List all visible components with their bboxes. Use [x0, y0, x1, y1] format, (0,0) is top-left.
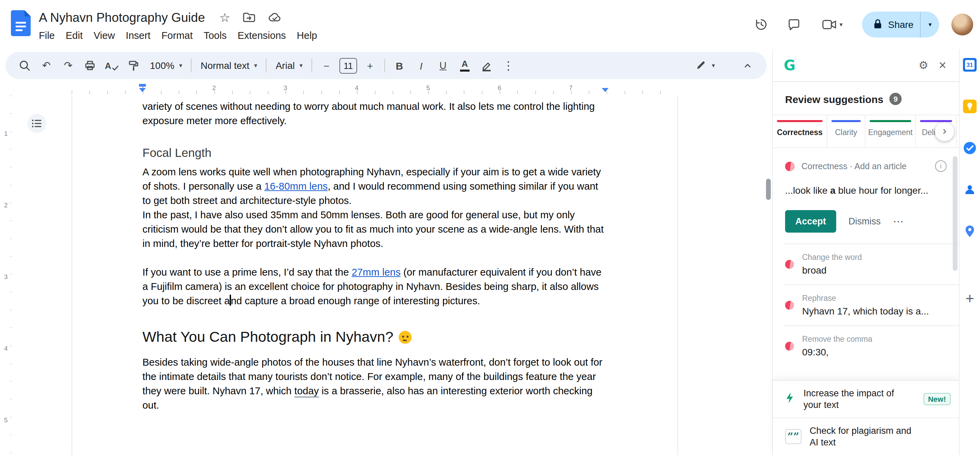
heading: Focal Length	[142, 145, 606, 161]
info-icon[interactable]: i	[935, 160, 947, 172]
paragraph-style-select[interactable]: Normal text▾	[195, 56, 263, 75]
menu-item-help[interactable]: Help	[291, 28, 323, 42]
grammarly-logo-icon: G	[784, 57, 795, 73]
workspace-side-panel: 31 +	[959, 49, 980, 455]
gear-icon[interactable]: ⚙	[914, 56, 933, 75]
plagiarism-row[interactable]: ”” Check for plagiarism and AI text	[773, 417, 959, 455]
font-size-input[interactable]: 11	[339, 57, 357, 73]
suggested-word: a	[830, 185, 835, 196]
document-content[interactable]: variety of scenes without needing to wor…	[142, 100, 606, 413]
sidebar-scrollbar[interactable]	[953, 156, 958, 271]
suggestion-tabs: CorrectnessClarityEngagementDeliveryStyl…	[773, 115, 959, 148]
heading: What You Can Photograph in Nyhavn?	[142, 327, 606, 347]
ruler-number: 2	[212, 84, 216, 91]
tab-engagement[interactable]: Engagement	[865, 115, 916, 147]
tab-correctness[interactable]: Correctness	[773, 115, 827, 147]
plagiarism-label: Check for plagiarism and AI text	[810, 425, 912, 448]
tab-clarity[interactable]: Clarity	[827, 115, 865, 147]
document-outline-button[interactable]	[27, 114, 46, 133]
menu-item-insert[interactable]: Insert	[120, 28, 156, 42]
menu-item-view[interactable]: View	[88, 28, 120, 42]
more-options-icon[interactable]: ⋯	[893, 215, 905, 228]
italic-button[interactable]: I	[412, 56, 431, 75]
editing-mode-button[interactable]: ▾	[691, 56, 720, 75]
hide-menus-button[interactable]	[738, 56, 757, 75]
active-suggestion-card[interactable]: Correctness · Add an article i ...look l…	[773, 148, 959, 233]
share-label: Share	[888, 19, 913, 30]
undo-icon[interactable]: ↶	[37, 56, 56, 75]
divider	[266, 59, 267, 72]
vertical-ruler[interactable]: 12345	[0, 96, 14, 455]
print-icon[interactable]	[80, 56, 100, 75]
chevron-down-icon: ▾	[299, 62, 302, 69]
accept-button[interactable]: Accept	[785, 210, 836, 233]
get-addons-plus-icon[interactable]: +	[965, 290, 974, 308]
suggestion-excerpt: ...look like a blue hour for longer...	[785, 184, 947, 197]
tab-color-bar	[870, 120, 911, 122]
tabs-scroll-right-button[interactable]: ›	[935, 122, 954, 141]
suggestion-row[interactable]: Change the wordbroad	[773, 244, 959, 284]
chevron-down-icon: ▾	[712, 62, 715, 69]
paint-format-icon[interactable]	[124, 56, 143, 75]
decrease-font-size-button[interactable]: −	[317, 56, 336, 75]
maps-icon[interactable]	[963, 224, 977, 238]
contacts-icon[interactable]	[963, 183, 977, 196]
video-call-icon[interactable]: ▾	[813, 11, 851, 38]
menu-item-extensions[interactable]: Extensions	[232, 28, 291, 42]
ruler-number: 1	[4, 129, 8, 137]
highlight-color-icon[interactable]	[477, 56, 496, 75]
increase-font-size-button[interactable]: +	[361, 56, 380, 75]
grammarly-underlined-word[interactable]: today	[294, 385, 319, 398]
first-line-indent-marker[interactable]	[139, 84, 146, 87]
share-dropdown-button[interactable]: ▾	[921, 21, 939, 28]
paragraph: Besides taking wide-angle photos of the …	[142, 355, 606, 413]
suggestion-row[interactable]: Remove the comma09:30,	[773, 326, 959, 366]
horizontal-ruler[interactable]: 1234567	[0, 82, 772, 96]
ruler-number: 6	[498, 84, 501, 91]
suggestion-type: Remove the comma	[802, 335, 872, 343]
tasks-icon[interactable]	[963, 141, 977, 155]
document-workspace: 12345 variety of scenes without needing …	[0, 96, 772, 455]
hyperlink[interactable]: 16-80mm lens	[264, 181, 328, 192]
comments-icon[interactable]	[780, 11, 808, 38]
font-family-select[interactable]: Arial▾	[270, 56, 308, 75]
menu-item-file[interactable]: File	[33, 28, 60, 42]
divider	[312, 59, 312, 72]
dismiss-button[interactable]: Dismiss	[848, 216, 881, 227]
document-title[interactable]: A Nyhavn Photography Guide	[39, 10, 205, 25]
ruler-number: 5	[426, 84, 430, 91]
bold-button[interactable]: B	[390, 56, 409, 75]
underline-button[interactable]: U	[433, 56, 452, 75]
suggestion-row[interactable]: RephraseNyhavn 17, which today is a...	[773, 285, 959, 326]
correctness-dot-icon	[785, 260, 794, 269]
menu-item-tools[interactable]: Tools	[198, 28, 232, 42]
panel-title: Review suggestions	[785, 93, 883, 105]
text-cursor	[230, 295, 231, 306]
version-history-icon[interactable]	[748, 11, 775, 38]
zoom-select[interactable]: 100%▾	[145, 56, 188, 75]
redo-icon[interactable]: ↷	[59, 56, 78, 75]
hyperlink[interactable]: 27mm lens	[352, 267, 401, 278]
close-icon[interactable]: ×	[933, 56, 952, 75]
more-options-icon[interactable]: ⋮	[499, 56, 518, 75]
menu-item-format[interactable]: Format	[156, 28, 198, 42]
share-button[interactable]: Share ▾	[862, 11, 939, 38]
cloud-saved-icon[interactable]	[268, 12, 282, 22]
docs-logo-icon[interactable]	[11, 10, 31, 39]
chevron-down-icon: ▾	[179, 62, 182, 69]
menu-item-edit[interactable]: Edit	[60, 28, 88, 42]
impact-upsell-row[interactable]: Increase the impact of your text New!	[773, 381, 959, 417]
move-folder-icon[interactable]	[243, 12, 256, 22]
user-avatar[interactable]	[951, 14, 973, 35]
keep-icon[interactable]	[963, 100, 977, 113]
chevron-down-icon: ▾	[840, 21, 843, 28]
document-scrollbar[interactable]	[766, 179, 771, 200]
spell-check-icon[interactable]: A	[102, 56, 121, 75]
search-menus-icon[interactable]	[15, 56, 34, 75]
document-page[interactable]: variety of scenes without needing to wor…	[72, 96, 678, 455]
star-icon[interactable]: ☆	[220, 10, 230, 25]
text-color-button[interactable]: A	[455, 56, 474, 75]
calendar-icon[interactable]: 31	[963, 58, 977, 72]
right-indent-marker[interactable]	[602, 88, 609, 92]
left-indent-marker[interactable]	[139, 88, 146, 92]
